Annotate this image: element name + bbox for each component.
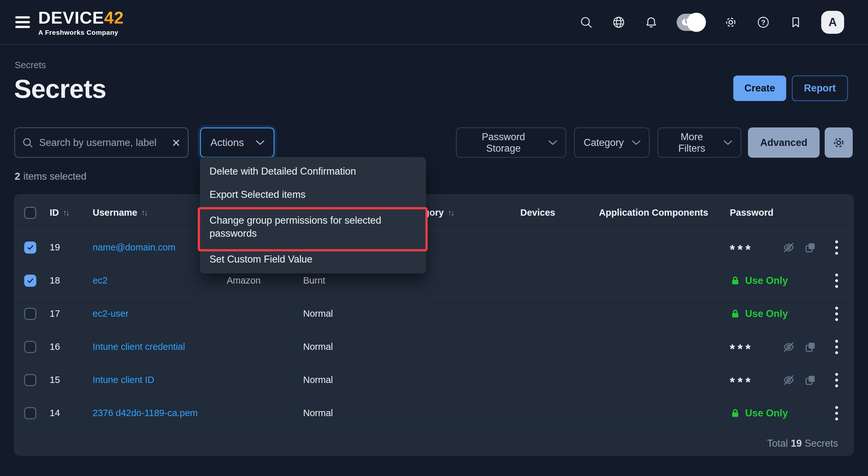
row-actions-kebab[interactable] (834, 405, 839, 421)
row-checkbox[interactable] (24, 275, 36, 287)
secrets-table: ID↑↓ Username↑↓ Category↑↓ Devices Appli… (14, 195, 854, 456)
cell-id: 19 (50, 242, 93, 252)
search-icon[interactable] (579, 15, 593, 29)
cell-field-a: Amazon (227, 275, 303, 286)
row-actions-kebab[interactable] (834, 371, 839, 388)
row-checkbox[interactable] (24, 374, 36, 386)
eye-off-icon[interactable] (783, 341, 795, 353)
row-checkbox[interactable] (24, 407, 36, 419)
cell-id: 17 (50, 308, 93, 319)
row-checkbox[interactable] (24, 241, 36, 254)
cell-password: *** (715, 330, 854, 363)
use-only-label: Use Only (745, 275, 788, 287)
lock-icon (730, 408, 741, 419)
column-header-id[interactable]: ID↑↓ (50, 207, 93, 218)
cell-field-b: Normal (303, 375, 404, 385)
menu-item-export-selected-items[interactable]: Export Selected items (200, 183, 426, 206)
cell-id: 14 (50, 408, 93, 418)
cell-password: Use Only (715, 397, 854, 429)
use-only-badge: Use Only (730, 275, 788, 287)
cell-field-b: Burnt (303, 275, 404, 286)
filter-password-storage[interactable]: Password Storage (456, 127, 566, 158)
cell-id: 18 (50, 275, 93, 286)
use-only-badge: Use Only (730, 408, 788, 419)
filter-category[interactable]: Category (574, 127, 650, 158)
sort-icon: ↑↓ (141, 208, 147, 218)
row-checkbox[interactable] (24, 308, 36, 320)
breadcrumb[interactable]: Secrets (14, 60, 46, 70)
device42-logo[interactable]: DEVICE42 A Freshworks Company (38, 9, 124, 36)
chevron-down-icon (548, 140, 557, 145)
table-row: 16 Intune client credential Normal *** (14, 330, 854, 363)
row-checkbox[interactable] (24, 341, 36, 353)
lock-icon (730, 308, 741, 319)
menu-item-delete-with-detailed-confirmation[interactable]: Delete with Detailed Confirmation (200, 160, 426, 183)
help-icon[interactable]: ? (756, 15, 770, 29)
username-link[interactable]: Intune client ID (93, 375, 154, 385)
row-actions-kebab[interactable] (834, 305, 839, 322)
column-header-application-components[interactable]: Application Components (585, 207, 715, 218)
table-settings-button[interactable] (825, 127, 853, 158)
gear-icon[interactable] (724, 15, 738, 29)
actions-menu: Delete with Detailed Confirmation Export… (200, 157, 426, 273)
actions-dropdown-button[interactable]: Actions (200, 127, 275, 158)
bookmark-icon[interactable] (789, 15, 803, 29)
copy-icon[interactable] (804, 374, 816, 386)
row-actions-kebab[interactable] (834, 239, 839, 256)
copy-icon[interactable] (804, 241, 816, 254)
svg-text:?: ? (761, 18, 766, 26)
cell-password: *** (715, 363, 854, 396)
create-button[interactable]: Create (733, 76, 786, 101)
chevron-down-icon (256, 140, 265, 145)
username-link[interactable]: ec2 (93, 275, 107, 286)
globe-icon[interactable] (612, 15, 626, 29)
use-only-label: Use Only (745, 308, 788, 320)
row-actions-kebab[interactable] (834, 272, 839, 289)
row-actions-kebab[interactable] (834, 338, 839, 355)
username-link[interactable]: 2376 d42do-1189-ca.pem (93, 408, 198, 418)
page-title: Secrets (14, 74, 106, 104)
lock-icon (730, 275, 741, 286)
search-input[interactable] (39, 137, 169, 148)
logo-text: DEVICE42 (38, 9, 124, 26)
hamburger-menu-button[interactable] (15, 16, 30, 28)
theme-toggle[interactable] (677, 14, 705, 31)
bell-icon[interactable] (644, 15, 658, 29)
toggle-knob (687, 13, 706, 32)
table-row: 18 ec2 Amazon Burnt Use Only (14, 264, 854, 297)
filter-more-filters[interactable]: More Filters (657, 127, 741, 158)
use-only-badge: Use Only (730, 308, 788, 320)
username-link[interactable]: ec2-user (93, 308, 129, 319)
search-icon (22, 137, 33, 148)
menu-item-set-custom-field-value[interactable]: Set Custom Field Value (200, 247, 426, 271)
masked-password: *** (730, 342, 753, 356)
masked-password: *** (730, 375, 753, 389)
select-all-checkbox[interactable] (24, 207, 36, 219)
total-count: 19 (790, 438, 802, 449)
eye-off-icon[interactable] (783, 374, 795, 386)
table-row: 19 name@domain.com *** (14, 231, 854, 264)
username-link[interactable]: name@domain.com (93, 242, 176, 252)
sort-icon: ↑↓ (448, 208, 454, 218)
advanced-button[interactable]: Advanced (748, 127, 819, 158)
cell-field-b: Normal (303, 341, 404, 352)
eye-off-icon[interactable] (783, 241, 795, 254)
clear-search-icon[interactable]: × (172, 136, 180, 150)
report-button[interactable]: Report (792, 76, 848, 101)
table-row: 15 Intune client ID Normal *** (14, 363, 854, 397)
column-header-devices[interactable]: Devices (506, 207, 585, 218)
cell-field-b: Normal (303, 408, 404, 418)
username-link[interactable]: Intune client credential (93, 341, 185, 352)
cell-password: *** (715, 231, 854, 264)
search-box[interactable]: × (14, 127, 188, 158)
avatar[interactable]: A (821, 11, 844, 34)
page-actions: Create Report (733, 76, 848, 101)
table-body: 19 name@domain.com *** 18 ec2 Amazon Bur… (14, 231, 854, 430)
sort-icon: ↑↓ (63, 208, 68, 218)
cell-password: Use Only (715, 297, 854, 330)
masked-password: *** (730, 242, 753, 257)
column-header-password[interactable]: Password (715, 207, 854, 218)
copy-icon[interactable] (804, 341, 816, 353)
table-row: 17 ec2-user Normal Use Only (14, 297, 854, 330)
menu-item-change-group-permissions[interactable]: Change group permissions for selected pa… (200, 206, 426, 247)
